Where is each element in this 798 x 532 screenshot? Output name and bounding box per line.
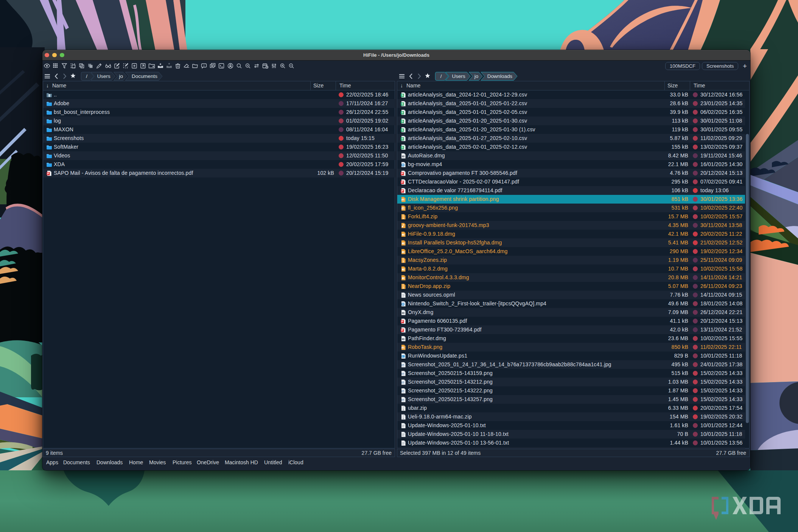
svg-text:Downloads: Downloads	[487, 73, 513, 79]
svg-text:S: S	[401, 102, 403, 106]
svg-text:Users: Users	[452, 73, 465, 79]
svg-text:P: P	[47, 172, 49, 175]
svg-text:P: P	[401, 180, 403, 184]
svg-text:Documents: Documents	[132, 73, 157, 79]
svg-text:S: S	[401, 93, 403, 97]
svg-text:/: /	[440, 73, 442, 79]
svg-text:jo: jo	[118, 73, 123, 79]
svg-text:/: /	[86, 73, 87, 79]
svg-text:S: S	[401, 128, 403, 132]
svg-text:Users: Users	[97, 73, 110, 79]
svg-text:P: P	[401, 172, 403, 175]
svg-text:P: P	[401, 320, 403, 323]
svg-text:P: P	[401, 189, 403, 193]
svg-text:jo: jo	[474, 73, 478, 79]
svg-text:S: S	[401, 146, 403, 149]
svg-text:S: S	[401, 137, 403, 140]
svg-text:P: P	[401, 328, 403, 332]
svg-text:S: S	[401, 120, 403, 123]
svg-text:S: S	[401, 111, 403, 114]
